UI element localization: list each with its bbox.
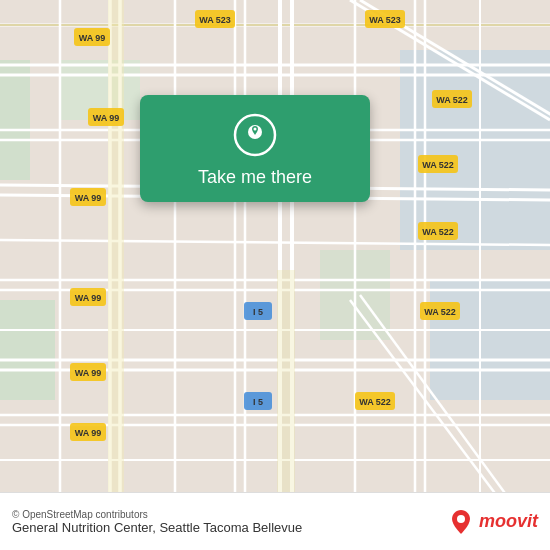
- svg-rect-40: [277, 270, 295, 500]
- svg-rect-1: [0, 300, 55, 400]
- moovit-logo: moovit: [447, 508, 538, 536]
- svg-text:WA 523: WA 523: [369, 15, 401, 25]
- svg-text:WA 99: WA 99: [93, 113, 120, 123]
- take-me-there-button[interactable]: Take me there: [198, 167, 312, 188]
- svg-text:WA 522: WA 522: [422, 160, 454, 170]
- svg-text:WA 99: WA 99: [75, 428, 102, 438]
- location-name: General Nutrition Center, Seattle Tacoma…: [12, 520, 302, 535]
- svg-text:WA 523: WA 523: [199, 15, 231, 25]
- svg-rect-0: [0, 60, 30, 180]
- svg-rect-39: [108, 0, 124, 500]
- bottom-left-info: © OpenStreetMap contributors General Nut…: [12, 509, 302, 535]
- svg-text:I 5: I 5: [253, 307, 263, 317]
- svg-text:WA 522: WA 522: [424, 307, 456, 317]
- map-pin-icon: [233, 113, 277, 157]
- svg-rect-2: [400, 50, 550, 250]
- svg-point-75: [457, 515, 465, 523]
- svg-point-74: [254, 128, 257, 131]
- svg-rect-3: [430, 280, 550, 400]
- svg-text:I 5: I 5: [253, 397, 263, 407]
- svg-text:WA 99: WA 99: [75, 293, 102, 303]
- bottom-bar: © OpenStreetMap contributors General Nut…: [0, 492, 550, 550]
- svg-text:WA 522: WA 522: [436, 95, 468, 105]
- svg-text:WA 522: WA 522: [422, 227, 454, 237]
- moovit-brand-text: moovit: [479, 511, 538, 532]
- svg-text:WA 99: WA 99: [75, 368, 102, 378]
- copyright-text: © OpenStreetMap contributors: [12, 509, 302, 520]
- svg-text:WA 99: WA 99: [79, 33, 106, 43]
- moovit-pin-icon: [447, 508, 475, 536]
- svg-text:WA 99: WA 99: [75, 193, 102, 203]
- map-container: WA 99 WA 523 WA 523 WA 99 WA 522 WA 99 W…: [0, 0, 550, 550]
- map-svg: WA 99 WA 523 WA 523 WA 99 WA 522 WA 99 W…: [0, 0, 550, 550]
- svg-text:WA 522: WA 522: [359, 397, 391, 407]
- location-card: Take me there: [140, 95, 370, 202]
